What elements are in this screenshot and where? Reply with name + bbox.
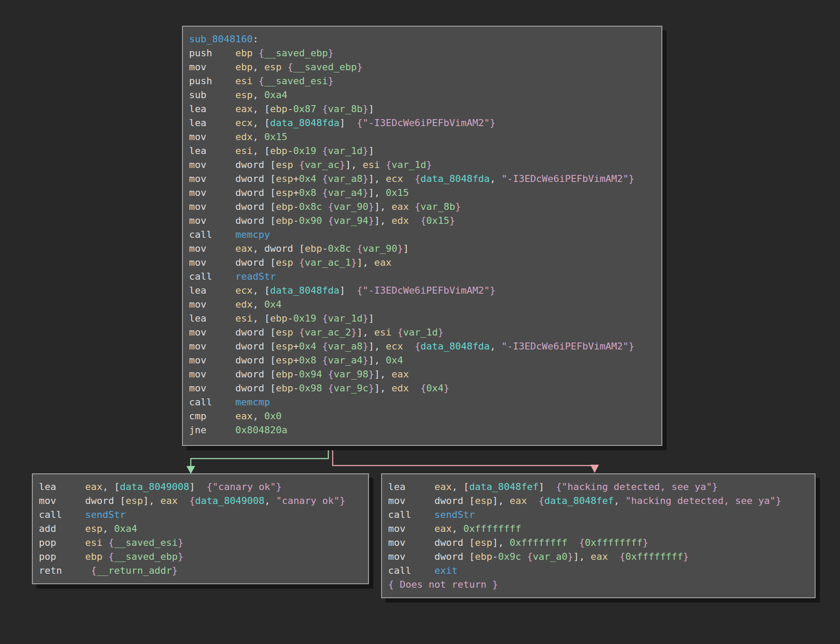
asm-token: { <box>328 215 334 226</box>
asm-token: esp <box>276 173 293 184</box>
asm-line[interactable]: push esi {__saved_esi} <box>189 74 655 88</box>
asm-token: { <box>299 257 305 268</box>
asm-token: data_8049008 <box>195 495 265 506</box>
asm-token: mov dword [ <box>189 383 276 394</box>
asm-token <box>527 495 539 506</box>
asm-line[interactable]: pop esi {__saved_esi} <box>39 536 362 550</box>
asm-line[interactable]: mov dword [esp {var_ac_2}], esi {var_1d} <box>189 325 655 339</box>
asm-token: ], <box>357 257 374 268</box>
asm-line[interactable]: mov ebp, esp {__saved_ebp} <box>189 60 655 74</box>
asm-line[interactable]: call exit <box>388 564 809 578</box>
asm-line[interactable]: add esp, 0xa4 <box>39 522 362 536</box>
asm-token: 0x4 <box>299 341 317 352</box>
asm-line[interactable]: mov dword [esp {var_ac_1}], eax <box>189 256 655 270</box>
asm-token: } <box>438 327 444 338</box>
asm-token: { <box>322 341 328 352</box>
asm-line[interactable]: mov dword [esp], 0xffffffff {0xffffffff} <box>388 536 809 550</box>
asm-token: 0x8c <box>299 201 322 212</box>
asm-token: , <box>452 523 464 534</box>
asm-token: call <box>39 509 85 520</box>
asm-token: esp <box>235 89 253 100</box>
asm-line[interactable]: mov eax, dword [ebp-0x8c {var_90}] <box>189 242 655 256</box>
asm-line[interactable]: lea eax, [data_8048fef] {"hacking detect… <box>388 480 809 494</box>
asm-line[interactable]: push ebp {__saved_ebp} <box>189 46 655 60</box>
asm-token: var_a4 <box>328 355 362 366</box>
asm-token <box>253 75 258 86</box>
asm-line[interactable]: lea ecx, [data_8048fda] {"-I3EDcWe6iPEFb… <box>189 116 655 130</box>
asm-token: { <box>322 103 328 114</box>
asm-line[interactable]: mov dword [esp+0x8 {var_a4}], 0x15 <box>189 186 655 200</box>
asm-line[interactable]: mov dword [esp+0x4 {var_a8}], ecx {data_… <box>189 172 655 186</box>
asm-token <box>316 313 322 324</box>
asm-line[interactable]: call memcpy <box>189 228 655 242</box>
asm-token: { <box>322 187 328 198</box>
asm-token: 0x90 <box>299 215 322 226</box>
asm-token: lea <box>189 117 235 128</box>
asm-token: , <box>265 495 276 506</box>
asm-line[interactable]: pop ebp {__saved_ebp} <box>39 550 362 564</box>
edge-true-branch <box>186 446 328 474</box>
asm-token: { <box>397 327 403 338</box>
asm-line[interactable]: jne 0x804820a <box>189 423 655 437</box>
asm-line[interactable]: mov dword [esp+0x4 {var_a8}], ecx {data_… <box>189 339 655 353</box>
asm-line[interactable]: mov edx, 0x15 <box>189 130 655 144</box>
asm-line[interactable]: mov dword [esp], eax {data_8048fef, "hac… <box>388 494 809 508</box>
asm-line[interactable]: lea esi, [ebp-0x19 {var_1d}] <box>189 312 655 325</box>
asm-token: } <box>328 48 334 58</box>
asm-line[interactable]: lea eax, [ebp-0x87 {var_8b}] <box>189 102 655 116</box>
asm-line[interactable]: lea esi, [ebp-0x19 {var_1d}] <box>189 144 655 158</box>
asm-token: mov dword [ <box>189 159 276 170</box>
asm-token: , <box>253 131 265 142</box>
asm-line[interactable]: call readStr <box>189 270 655 284</box>
asm-line[interactable]: cmp eax, 0x0 <box>189 409 655 423</box>
asm-token: } <box>362 187 368 198</box>
asm-line[interactable]: mov dword [ebp-0x90 {var_94}], edx {0x15… <box>189 214 655 228</box>
asm-token: lea <box>189 103 235 114</box>
basic-block-true-branch[interactable]: lea eax, [data_8049008] {"canary ok"}mov… <box>32 473 369 584</box>
asm-line[interactable]: mov edx, 0x4 <box>189 298 655 312</box>
asm-line[interactable]: mov eax, 0xffffffff <box>388 522 809 536</box>
asm-line[interactable]: mov dword [ebp-0x9c {var_a0}], eax {0xff… <box>388 550 809 564</box>
asm-token: 0x19 <box>293 145 316 156</box>
asm-token: ecx <box>386 173 403 184</box>
asm-token: } <box>328 75 334 86</box>
asm-token: var_8b <box>420 201 455 212</box>
asm-line[interactable]: call memcmp <box>189 395 655 409</box>
asm-token: { <box>415 201 420 212</box>
asm-token <box>409 383 420 394</box>
asm-line[interactable]: retn {__return_addr} <box>39 564 362 578</box>
asm-line[interactable]: mov dword [esp], eax {data_8049008, "can… <box>39 494 362 508</box>
asm-token: { <box>189 495 195 506</box>
asm-line[interactable]: mov dword [ebp-0x98 {var_9c}], edx {0x4} <box>189 381 655 395</box>
asm-token: call <box>189 229 235 240</box>
asm-token: var_a8 <box>328 341 362 352</box>
asm-token: exit <box>434 565 458 576</box>
asm-token: } <box>368 201 374 212</box>
asm-line[interactable]: mov dword [ebp-0x94 {var_98}], eax <box>189 367 655 381</box>
asm-line[interactable]: mov dword [esp {var_ac}], esi {var_1d} <box>189 158 655 172</box>
asm-token: data_8048fda <box>420 173 490 184</box>
asm-line[interactable]: sub_8048160: <box>189 32 655 46</box>
basic-block-false-branch[interactable]: lea eax, [data_8048fef] {"hacking detect… <box>381 473 816 598</box>
basic-block-entry[interactable]: sub_8048160:push ebp {__saved_ebp}mov eb… <box>182 26 662 446</box>
asm-line[interactable]: call sendStr <box>388 508 809 522</box>
asm-token <box>316 355 322 366</box>
asm-token: ], <box>143 495 160 506</box>
asm-token: ecx <box>386 341 403 352</box>
asm-token: __saved_esi <box>114 537 178 548</box>
asm-line[interactable]: mov dword [esp+0x8 {var_a4}], 0x4 <box>189 353 655 367</box>
asm-token: mov dword [ <box>189 341 276 352</box>
asm-line[interactable]: { Does not return } <box>388 578 809 592</box>
asm-token: 0x9c <box>498 551 521 562</box>
asm-token: __saved_ebp <box>293 62 357 72</box>
asm-line[interactable]: lea eax, [data_8049008] {"canary ok"} <box>39 480 362 494</box>
asm-line[interactable]: sub esp, 0xa4 <box>189 88 655 102</box>
asm-token: { <box>91 565 96 576</box>
asm-line[interactable]: lea ecx, [data_8048fda] {"-I3EDcWe6iPEFb… <box>189 284 655 298</box>
asm-line[interactable]: call sendStr <box>39 508 362 522</box>
asm-token: } <box>178 551 183 562</box>
asm-token: , [ <box>253 313 270 324</box>
asm-token: ], <box>492 537 510 548</box>
asm-line[interactable]: mov dword [ebp-0x8c {var_90}], eax {var_… <box>189 200 655 214</box>
asm-token: 0x8 <box>299 187 317 198</box>
